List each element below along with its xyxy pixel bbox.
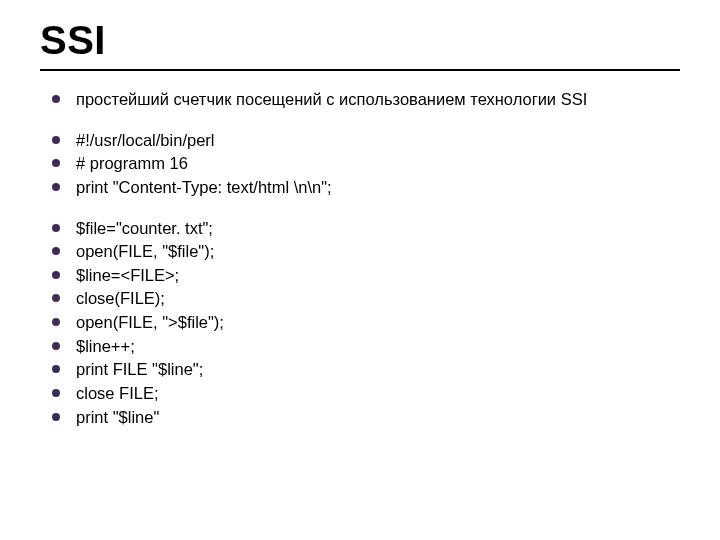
list-item: $file="counter. txt"; — [48, 218, 680, 239]
bullet-list-1: простейший счетчик посещений с использов… — [48, 89, 680, 110]
spacer — [40, 201, 680, 215]
page-title: SSI — [40, 18, 680, 63]
slide: SSI простейший счетчик посещений с испол… — [0, 0, 720, 540]
list-item: open(FILE, ">$file"); — [48, 312, 680, 333]
list-item: простейший счетчик посещений с использов… — [48, 89, 680, 110]
list-item: print "Content-Type: text/html \n\n"; — [48, 177, 680, 198]
bullet-list-3: $file="counter. txt"; open(FILE, "$file"… — [48, 218, 680, 428]
list-item: print "$line" — [48, 407, 680, 428]
list-item: $line=<FILE>; — [48, 265, 680, 286]
list-item: open(FILE, "$file"); — [48, 241, 680, 262]
list-item: $line++; — [48, 336, 680, 357]
list-item: # programm 16 — [48, 153, 680, 174]
spacer — [40, 113, 680, 127]
title-area: SSI — [40, 18, 680, 71]
list-item: #!/usr/local/bin/perl — [48, 130, 680, 151]
list-item: close FILE; — [48, 383, 680, 404]
bullet-list-2: #!/usr/local/bin/perl # programm 16 prin… — [48, 130, 680, 198]
list-item: print FILE "$line"; — [48, 359, 680, 380]
list-item: close(FILE); — [48, 288, 680, 309]
